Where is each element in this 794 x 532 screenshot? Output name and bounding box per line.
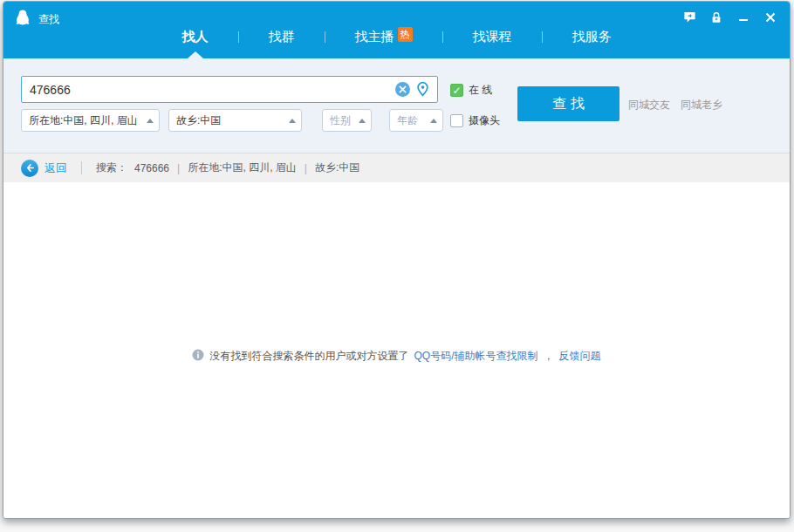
back-arrow-icon: [21, 160, 38, 177]
dropdown-arrow-icon: [147, 119, 154, 123]
tab-label: 找课程: [473, 29, 512, 45]
desktop: 查找 找人: [0, 0, 794, 532]
city-links: 同城交友 同城老乡: [628, 98, 722, 113]
divider: [81, 161, 82, 174]
summary-hometown: 故乡:中国: [315, 160, 359, 175]
tab-label: 找群: [269, 29, 295, 45]
filter-age-dropdown[interactable]: 年龄: [389, 109, 443, 132]
location-pin-icon[interactable]: [416, 81, 430, 98]
hot-badge: 热: [398, 27, 413, 42]
empty-state-message: 没有找到符合搜索条件的用户或对方设置了QQ号码/辅助帐号查找限制，反馈问题: [3, 349, 790, 364]
checkbox-unchecked-icon: [450, 114, 463, 127]
same-city-fellows-link[interactable]: 同城老乡: [681, 98, 722, 113]
lock-icon[interactable]: [709, 10, 723, 24]
feedback-link[interactable]: 反馈问题: [559, 349, 601, 364]
checkbox-label: 在 线: [469, 83, 492, 98]
filter-gender-dropdown[interactable]: 性别: [322, 109, 372, 132]
tab-label: 找主播: [355, 29, 394, 45]
tab-separator: [238, 31, 239, 43]
summary-pipe: |: [305, 162, 307, 174]
tab-find-streamers[interactable]: 找主播 热: [355, 29, 413, 45]
filter-label: 年龄: [397, 114, 418, 126]
filter-label: 故乡:中国: [176, 114, 221, 126]
titlebar: 查找 找人: [3, 2, 790, 58]
filter-label: 性别: [330, 114, 351, 126]
dropdown-arrow-icon: [359, 119, 366, 123]
clear-input-icon[interactable]: [395, 82, 410, 97]
tab-separator: [442, 31, 443, 43]
tab-find-courses[interactable]: 找课程: [473, 29, 512, 45]
search-summary: 搜索： 476666 | 所在地:中国, 四川, 眉山 | 故乡:中国: [96, 160, 359, 175]
filter-location-dropdown[interactable]: 所在地:中国, 四川, 眉山: [21, 109, 160, 132]
dropdown-arrow-icon: [430, 119, 437, 123]
comma-separator: ，: [544, 349, 554, 364]
dropdown-arrow-icon: [289, 119, 296, 123]
tab-label: 找人: [182, 29, 209, 45]
camera-checkbox[interactable]: 摄像头: [450, 113, 500, 128]
summary-query: 476666: [134, 162, 169, 174]
tab-separator: [542, 31, 543, 43]
same-city-friends-link[interactable]: 同城交友: [628, 98, 670, 113]
result-bar: 返回 搜索： 476666 | 所在地:中国, 四川, 眉山 | 故乡:中国: [3, 153, 790, 182]
tab-label: 找服务: [572, 29, 612, 45]
tab-find-groups[interactable]: 找群: [269, 29, 295, 45]
empty-text: 没有找到符合搜索条件的用户或对方设置了: [209, 349, 408, 364]
summary-label: 搜索：: [96, 160, 127, 175]
feedback-icon[interactable]: [682, 10, 696, 24]
checkbox-checked-icon: [450, 84, 463, 97]
active-tab-notch: [188, 51, 203, 58]
results-area: 没有找到符合搜索条件的用户或对方设置了QQ号码/辅助帐号查找限制，反馈问题: [3, 182, 790, 518]
search-input[interactable]: [22, 77, 387, 102]
search-panel: 所在地:中国, 四川, 眉山 故乡:中国 性别 年龄 在 线 摄像头: [3, 58, 790, 153]
summary-pipe: |: [177, 162, 180, 174]
search-box: [21, 76, 438, 103]
tab-bar: 找人 找群 找主播 热 找课程 找服务: [3, 29, 790, 45]
back-label: 返回: [44, 160, 67, 176]
restriction-link[interactable]: QQ号码/辅助帐号查找限制: [414, 349, 537, 364]
window-title: 查找: [38, 12, 59, 27]
qq-penguin-icon: [15, 9, 31, 31]
back-button[interactable]: 返回: [21, 160, 67, 177]
filter-label: 所在地:中国, 四川, 眉山: [29, 114, 138, 126]
filter-hometown-dropdown[interactable]: 故乡:中国: [168, 109, 302, 132]
title-area: 查找: [15, 9, 59, 31]
window-controls: [682, 10, 777, 24]
tab-find-people[interactable]: 找人: [182, 29, 209, 45]
checkbox-label: 摄像头: [469, 113, 500, 128]
close-button[interactable]: [763, 10, 777, 24]
summary-location: 所在地:中国, 四川, 眉山: [188, 160, 297, 175]
tab-separator: [325, 31, 325, 43]
find-button[interactable]: 查找: [517, 86, 619, 121]
online-checkbox[interactable]: 在 线: [450, 83, 492, 98]
tab-find-services[interactable]: 找服务: [572, 29, 612, 45]
qq-find-window: 查找 找人: [3, 1, 791, 519]
minimize-button[interactable]: [736, 10, 750, 24]
info-icon: [192, 349, 204, 364]
